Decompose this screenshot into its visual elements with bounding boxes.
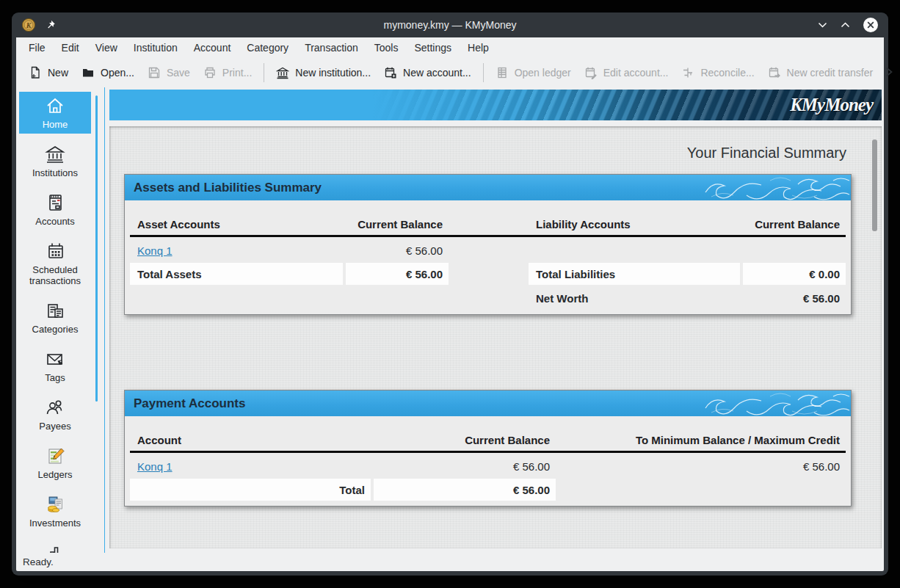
- sidebar-label: Accounts: [35, 216, 74, 228]
- reconcile-label: Reconcile...: [700, 67, 754, 79]
- sidebar-item-institutions[interactable]: Institutions: [19, 140, 91, 182]
- payments-total-label: Total: [130, 479, 371, 501]
- menu-transaction[interactable]: Transaction: [297, 40, 366, 56]
- menu-file[interactable]: File: [21, 40, 54, 56]
- sidebar-label: Scheduled transactions: [21, 264, 90, 288]
- pin-icon[interactable]: [45, 19, 57, 31]
- menu-category[interactable]: Category: [239, 40, 297, 56]
- total-liabilities-value: € 0.00: [743, 263, 846, 285]
- col-payment-current-balance: Current Balance: [374, 434, 556, 446]
- payment-account-row: Konq 1 € 56.00 € 56.00: [130, 456, 846, 476]
- sidebar-item-accounts[interactable]: Accounts: [19, 189, 91, 231]
- col-to-minimum-balance: To Minimum Balance / Maximum Credit: [559, 434, 846, 446]
- assets-table-header: Asset Accounts Current Balance Liability…: [130, 205, 846, 237]
- new-institution-button[interactable]: New institution...: [269, 62, 377, 84]
- menu-settings[interactable]: Settings: [406, 40, 460, 56]
- minimize-icon[interactable]: [817, 21, 828, 29]
- kmymoney-banner: KMyMoney: [109, 90, 882, 120]
- open-ledger-label: Open ledger: [515, 67, 571, 79]
- reconcile-button: Reconcile...: [675, 62, 761, 84]
- col-current-balance: Current Balance: [346, 218, 449, 231]
- window-title: mymoney.kmy — KMyMoney: [12, 19, 888, 31]
- flourish-decoration: [704, 175, 851, 200]
- sidebar-item-ledgers[interactable]: Ledgers: [19, 442, 91, 484]
- print-button: Print...: [197, 62, 258, 84]
- kmymoney-window: mymoney.kmy — KMyMoney K: [12, 12, 888, 576]
- maximize-icon[interactable]: [840, 21, 851, 29]
- edit-account-button: Edit account...: [578, 62, 675, 84]
- net-worth-label: Net Worth: [529, 287, 740, 309]
- menu-help[interactable]: Help: [460, 40, 497, 56]
- payment-accounts-title: Payment Accounts: [134, 396, 245, 411]
- net-worth-value: € 56.00: [743, 287, 846, 309]
- sidebar-item-reports[interactable]: Reports: [19, 539, 91, 553]
- sidebar-item-scheduled-transactions[interactable]: Scheduled transactions: [19, 237, 91, 291]
- kmymoney-logo: KMyMoney: [790, 95, 873, 115]
- menu-edit[interactable]: Edit: [54, 40, 87, 56]
- main-content: KMyMoney Your Financial Summary Assets a…: [105, 87, 884, 553]
- flourish-decoration: [704, 391, 851, 416]
- sidebar-item-categories[interactable]: Categories: [19, 297, 91, 338]
- total-assets-label: Total Assets: [130, 263, 343, 285]
- assets-liabilities-section: Assets and Liabilities Summary: [124, 174, 852, 315]
- asset-account-balance: € 56.00: [346, 240, 449, 261]
- payment-account-link[interactable]: Konq 1: [137, 460, 173, 473]
- app-area: File Edit View Institution Account Categ…: [16, 37, 884, 571]
- open-label: Open...: [101, 67, 134, 79]
- payment-account-balance: € 56.00: [374, 456, 556, 476]
- edit-account-label: Edit account...: [603, 67, 669, 79]
- payment-accounts-header: Payment Accounts: [125, 391, 851, 416]
- home-view: Your Financial Summary Assets and Liabil…: [109, 126, 882, 548]
- payment-account-to-min: € 56.00: [559, 456, 846, 476]
- sidebar: Home Institutions Accounts: [16, 87, 105, 553]
- new-label: New: [48, 67, 68, 79]
- sidebar-label: Investments: [29, 518, 81, 529]
- statusbar: Ready.: [16, 553, 884, 571]
- sidebar-scrollbar-thumb[interactable]: [95, 95, 98, 402]
- new-credit-transfer-button: New credit transfer: [761, 62, 879, 84]
- new-account-button[interactable]: New account...: [377, 62, 478, 84]
- sidebar-label: Payees: [39, 421, 70, 432]
- sidebar-item-home[interactable]: Home: [19, 92, 91, 134]
- toolbar-separator: [264, 63, 264, 82]
- payments-total-row: Total € 56.00: [130, 479, 846, 501]
- net-worth-row: Net Worth € 56.00: [130, 287, 846, 309]
- col-account: Account: [130, 434, 371, 446]
- save-button: Save: [141, 62, 197, 84]
- col-current-balance-2: Current Balance: [743, 218, 846, 231]
- app-coin-icon[interactable]: K: [21, 18, 36, 32]
- save-label: Save: [167, 67, 190, 79]
- asset-account-row: Konq 1 € 56.00: [130, 240, 846, 261]
- main-body: Home Institutions Accounts: [16, 87, 884, 553]
- sidebar-item-investments[interactable]: Investments: [19, 490, 91, 532]
- sidebar-item-payees[interactable]: Payees: [19, 393, 91, 435]
- menu-account[interactable]: Account: [186, 40, 239, 56]
- menu-view[interactable]: View: [87, 40, 126, 56]
- menu-tools[interactable]: Tools: [366, 40, 407, 56]
- sidebar-label: Tags: [45, 372, 65, 384]
- asset-account-link[interactable]: Konq 1: [137, 244, 173, 257]
- menubar: File Edit View Institution Account Categ…: [16, 37, 884, 58]
- col-asset-accounts: Asset Accounts: [130, 218, 343, 231]
- menu-institution[interactable]: Institution: [126, 40, 186, 56]
- open-button[interactable]: Open...: [75, 62, 141, 84]
- col-liability-accounts: Liability Accounts: [529, 218, 740, 231]
- open-ledger-button: Open ledger: [489, 62, 578, 84]
- payments-table-header: Account Current Balance To Minimum Balan…: [130, 421, 846, 453]
- toolbar-overflow-icon[interactable]: [879, 63, 899, 83]
- sidebar-label: Institutions: [32, 167, 78, 179]
- total-liabilities-label: Total Liabilities: [529, 263, 740, 285]
- payments-total-value: € 56.00: [374, 479, 556, 501]
- totals-row: Total Assets € 56.00 Total Liabilities €…: [130, 263, 846, 285]
- sidebar-item-tags[interactable]: Tags: [19, 345, 91, 387]
- assets-liabilities-title: Assets and Liabilities Summary: [134, 181, 322, 195]
- new-account-label: New account...: [403, 67, 471, 79]
- print-label: Print...: [222, 67, 252, 79]
- toolbar-separator: [483, 63, 484, 82]
- content-scrollbar-thumb[interactable]: [872, 139, 877, 231]
- new-button[interactable]: New: [22, 62, 75, 84]
- sidebar-label: Categories: [32, 324, 79, 335]
- new-institution-label: New institution...: [295, 67, 371, 79]
- close-button[interactable]: [863, 17, 879, 33]
- toolbar: New Open... Save Print...: [16, 58, 884, 87]
